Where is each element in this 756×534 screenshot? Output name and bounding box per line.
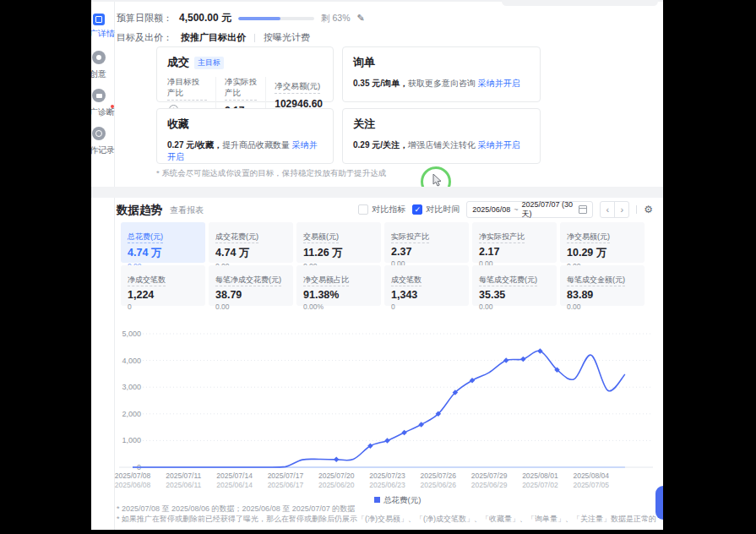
svg-text:2025/07/29: 2025/07/29 (471, 471, 508, 480)
metric-card-net-gmv[interactable]: 净交易额(元)10.29 万0.00 (560, 222, 645, 263)
svg-text:2025/06/29: 2025/06/29 (471, 481, 508, 489)
budget-remaining: 剩 63% (321, 13, 350, 25)
view-report-link[interactable]: 查看报表 (170, 204, 204, 216)
tab-bid-by-goal[interactable]: 按推广目标出价 (181, 31, 246, 44)
tab-bid-by-impression[interactable]: 按曝光计费 (264, 31, 310, 44)
svg-text:2025/07/08: 2025/07/08 (115, 471, 151, 480)
svg-text:2025/06/20: 2025/06/20 (318, 481, 355, 489)
goal-bid-row: 目标及出价： 按推广目标出价 按曝光计费 (117, 31, 310, 44)
budget-label: 预算日限额： (117, 12, 172, 25)
metric-card-cost-per-net-order[interactable]: 每笔净成交花费(元)38.790.00 (209, 265, 293, 306)
date-start: 2025/06/08 (472, 205, 510, 214)
chart-footnote-2: * 如果推广在暂停或删除前已经获得了曝光，那么在暂停或删除后仍展示「(净)交易额… (117, 514, 656, 525)
metric-card-cost-per-order[interactable]: 每笔成交花费(元)35.350.00 (472, 265, 557, 306)
trend-section-title: 数据趋势 (117, 203, 162, 218)
svg-text:4,000: 4,000 (122, 357, 141, 365)
adopt-enable-link[interactable]: 采纳并开启 (478, 140, 520, 150)
svg-text:2025/06/11: 2025/06/11 (166, 481, 201, 489)
gear-icon[interactable]: ⚙ (644, 204, 653, 215)
compare-metric-checkbox[interactable]: ✓ 对比指标 (358, 204, 405, 215)
date-end: 2025/07/07 (30天) (522, 200, 576, 220)
metric-card-net-gmv-ratio[interactable]: 净交易额占比91.38%0.00% (296, 265, 381, 306)
mouse-cursor-icon (432, 174, 443, 188)
goal-label: 目标及出价： (117, 31, 172, 44)
favorite-card-title: 收藏 (167, 117, 189, 132)
sidebar: 推广详情 推广创意 推广诊断 操作记录 (91, 2, 115, 530)
top-right-cut-panel (502, 0, 658, 6)
svg-text:3,000: 3,000 (122, 383, 141, 391)
follow-card-title: 关注 (353, 117, 375, 132)
floating-side-button[interactable] (655, 486, 663, 520)
controls-divider (636, 205, 637, 214)
ad-detail-window: 推广详情 推广创意 推广诊断 操作记录 预算日限额： 4,500.00 元 剩 … (91, 0, 663, 530)
metric-card-deal-cost[interactable]: 成交花费(元)4.74 万0.00 (209, 222, 293, 263)
svg-text:2025/06/26: 2025/06/26 (421, 481, 457, 489)
goal-card-deal: 成交 主目标 净目标投产比i 2.45 ✎ 净实际投产比 2.17 净交易额(元… (156, 46, 334, 102)
primary-goal-badge: 主目标 (194, 57, 224, 69)
detail-icon (93, 14, 105, 25)
metric-row-2: 净成交笔数1,2240 每笔净成交花费(元)38.790.00 净交易额占比91… (121, 265, 645, 306)
svg-text:1,000: 1,000 (122, 436, 141, 444)
svg-text:2025/07/26: 2025/07/26 (421, 471, 457, 480)
budget-progress-bar (238, 17, 314, 20)
deal-card-title: 成交 (167, 55, 189, 70)
camera-icon (92, 89, 106, 102)
inquiry-card-title: 询单 (353, 55, 375, 70)
screen: 推广详情 推广创意 推广诊断 操作记录 预算日限额： 4,500.00 元 剩 … (0, 0, 756, 534)
svg-text:5,000: 5,000 (122, 330, 141, 338)
tab-divider (254, 34, 255, 42)
metric-card-total-cost[interactable]: 总花费(元)4.74 万0.00 (121, 222, 205, 263)
svg-text:2025/06/08: 2025/06/08 (115, 481, 151, 489)
svg-text:2025/07/14: 2025/07/14 (216, 471, 253, 480)
next-period-button[interactable]: › (614, 202, 628, 217)
sidebar-item-label: 推广详情 (91, 28, 115, 40)
goal-card-inquiry: 询单 0.35 元/询单，获取更多意向咨询 采纳并开启 (342, 46, 541, 102)
svg-text:总花费(元): 总花费(元) (383, 495, 421, 504)
sidebar-item-label: 推广创意 (91, 68, 106, 80)
svg-text:2025/07/23: 2025/07/23 (369, 471, 405, 480)
adopt-enable-link[interactable]: 采纳并开启 (478, 79, 520, 88)
compare-time-checkbox[interactable]: ✓ 对比时间 (412, 204, 460, 215)
date-nav: ‹ › (600, 201, 629, 218)
chart-canvas: 01,0002,0003,0004,0005,0002025/07/082025… (112, 324, 657, 508)
sidebar-item-label: 操作记录 (91, 144, 115, 156)
goal-card-follow: 关注 0.29 元/关注，增强店铺关注转化 采纳并开启 (342, 108, 541, 164)
svg-text:2025/07/02: 2025/07/02 (522, 481, 558, 489)
svg-text:2025/08/04: 2025/08/04 (573, 471, 609, 480)
svg-text:2025/08/01: 2025/08/01 (522, 471, 558, 480)
svg-text:2025/06/23: 2025/06/23 (369, 481, 405, 489)
trend-line-chart: 01,0002,0003,0004,0005,0002025/07/082025… (112, 324, 657, 508)
idea-icon (92, 51, 106, 64)
goal-card-favorite: 收藏 0.27 元/收藏，提升商品收藏数量 采纳并开启 (156, 108, 334, 164)
checkbox-icon[interactable]: ✓ (358, 204, 368, 215)
metric-card-net-orders[interactable]: 净成交笔数1,2240 (121, 265, 205, 306)
svg-text:2025/07/17: 2025/07/17 (268, 471, 304, 480)
daily-budget-row: 预算日限额： 4,500.00 元 剩 63% ✎ (117, 11, 365, 25)
metric-card-amount-per-order[interactable]: 每笔成交金额(元)83.890.00 (560, 265, 645, 306)
date-range-picker[interactable]: 2025/06/08 ~ 2025/07/07 (30天) (466, 201, 593, 218)
svg-text:2025/07/20: 2025/07/20 (318, 471, 355, 480)
svg-text:2,000: 2,000 (122, 410, 141, 418)
svg-text:2025/06/17: 2025/06/17 (268, 481, 304, 489)
metric-card-orders[interactable]: 成交笔数1,3430 (384, 265, 469, 306)
notification-dot (111, 105, 114, 108)
sidebar-item-label: 推广诊断 (91, 106, 115, 118)
goal-footnote: * 系统会尽可能达成你设置的目标，保持稳定投放有助于提升达成 (156, 168, 386, 179)
svg-text:2025/06/14: 2025/06/14 (216, 481, 253, 489)
checkbox-icon[interactable]: ✓ (412, 204, 422, 215)
metric-card-roi[interactable]: 实际投产比2.370.00 (384, 222, 469, 263)
metric-card-gmv[interactable]: 交易额(元)11.26 万0.00 (296, 222, 381, 263)
clock-icon (92, 127, 106, 140)
prev-period-button[interactable]: ‹ (601, 202, 614, 217)
metric-card-net-roi[interactable]: 净实际投产比2.170.00 (472, 222, 557, 263)
edit-budget-icon[interactable]: ✎ (356, 13, 364, 24)
budget-amount: 4,500.00 元 (179, 11, 231, 25)
svg-text:2025/07/05: 2025/07/05 (573, 481, 609, 489)
calendar-icon (579, 205, 587, 214)
budget-progress-fill (238, 17, 280, 20)
metric-row-1: 总花费(元)4.74 万0.00 成交花费(元)4.74 万0.00 交易额(元… (121, 222, 645, 263)
section-divider (91, 187, 663, 198)
date-separator: ~ (514, 205, 518, 214)
svg-text:2025/07/11: 2025/07/11 (166, 471, 201, 480)
